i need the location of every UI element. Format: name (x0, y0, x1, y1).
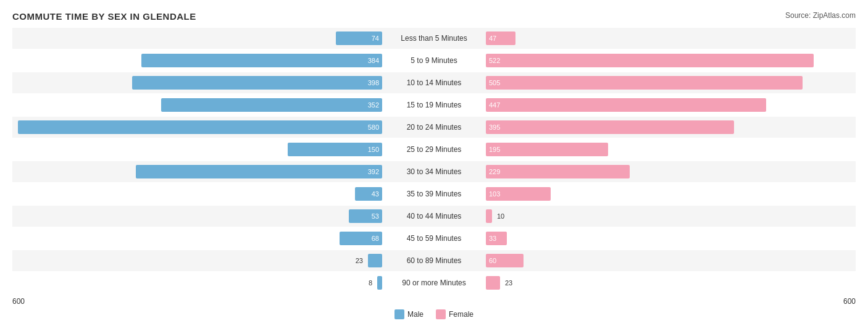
male-bar: 392 (136, 165, 382, 178)
female-bar: 23 (486, 276, 500, 290)
female-bar: 33 (486, 232, 507, 245)
female-bar: 10 (486, 209, 492, 223)
right-section: 447 (483, 98, 856, 112)
male-legend-label: Male (407, 310, 424, 319)
table-row: 890 or more Minutes23 (12, 272, 856, 293)
row-label: 60 to 89 Minutes (385, 256, 483, 265)
row-label: 40 to 44 Minutes (385, 212, 483, 220)
table-row: 39230 to 34 Minutes229 (12, 161, 856, 182)
left-section: 398 (12, 76, 385, 90)
legend: Male Female (12, 309, 856, 319)
left-section: 53 (12, 209, 385, 223)
row-label: 90 or more Minutes (385, 279, 483, 287)
left-section: 8 (12, 276, 385, 290)
male-bar: 68 (340, 232, 382, 245)
female-legend-box (436, 309, 446, 319)
right-section: 33 (483, 232, 856, 245)
table-row: 2360 to 89 Minutes60 (12, 250, 856, 271)
table-row: 74Less than 5 Minutes47 (12, 28, 856, 49)
row-label: 45 to 59 Minutes (385, 234, 483, 243)
table-row: 6845 to 59 Minutes33 (12, 228, 856, 249)
male-legend-box (394, 309, 404, 319)
table-row: 15025 to 29 Minutes195 (12, 139, 856, 160)
chart-title: COMMUTE TIME BY SEX IN GLENDALE (12, 11, 196, 22)
female-bar: 47 (486, 31, 515, 45)
row-label: 35 to 39 Minutes (385, 190, 483, 198)
left-section: 74 (12, 31, 385, 45)
axis-row: 600 600 (12, 297, 856, 306)
table-row: 3845 to 9 Minutes522 (12, 50, 856, 71)
female-bar: 522 (486, 54, 814, 67)
right-section: 195 (483, 143, 856, 156)
female-bar: 103 (486, 187, 551, 201)
male-bar: 8 (377, 276, 382, 290)
left-section: 43 (12, 187, 385, 201)
chart-container: COMMUTE TIME BY SEX IN GLENDALE Source: … (0, 0, 868, 323)
row-label: 15 to 19 Minutes (385, 101, 483, 109)
row-label: 25 to 29 Minutes (385, 145, 483, 154)
right-section: 522 (483, 54, 856, 67)
row-label: 5 to 9 Minutes (385, 56, 483, 65)
male-bar: 43 (355, 187, 382, 201)
row-label: 10 to 14 Minutes (385, 78, 483, 87)
table-row: 58020 to 24 Minutes395 (12, 117, 856, 138)
right-section: 10 (483, 209, 856, 223)
table-row: 39810 to 14 Minutes505 (12, 72, 856, 93)
row-label: 20 to 24 Minutes (385, 123, 483, 132)
male-bar: 384 (141, 54, 382, 67)
female-bar: 505 (486, 76, 803, 90)
female-legend-label: Female (449, 310, 474, 319)
left-section: 580 (12, 120, 385, 134)
female-bar: 395 (486, 120, 734, 134)
row-label: 30 to 34 Minutes (385, 167, 483, 176)
legend-female: Female (436, 309, 474, 319)
male-bar: 352 (161, 98, 382, 112)
legend-male: Male (394, 309, 424, 319)
left-section: 68 (12, 232, 385, 245)
male-bar: 580 (18, 120, 382, 134)
table-row: 35215 to 19 Minutes447 (12, 94, 856, 115)
bars-area: 74Less than 5 Minutes473845 to 9 Minutes… (12, 28, 856, 293)
male-bar: 53 (349, 209, 382, 223)
right-section: 60 (483, 254, 856, 267)
axis-left-label: 600 (12, 297, 386, 306)
right-section: 103 (483, 187, 856, 201)
left-section: 384 (12, 54, 385, 67)
row-label: Less than 5 Minutes (385, 34, 483, 43)
male-bar: 74 (336, 31, 382, 45)
female-bar: 447 (486, 98, 766, 112)
female-bar: 229 (486, 165, 630, 178)
male-bar: 398 (132, 76, 382, 90)
male-bar: 150 (288, 143, 382, 156)
female-bar: 195 (486, 143, 608, 156)
right-section: 395 (483, 120, 856, 134)
left-section: 150 (12, 143, 385, 156)
left-section: 392 (12, 165, 385, 178)
source-label: Source: ZipAtlas.com (785, 11, 856, 20)
left-section: 23 (12, 254, 385, 267)
female-bar: 60 (486, 254, 524, 267)
right-section: 229 (483, 165, 856, 178)
left-section: 352 (12, 98, 385, 112)
right-section: 505 (483, 76, 856, 90)
right-section: 23 (483, 276, 856, 290)
table-row: 4335 to 39 Minutes103 (12, 183, 856, 204)
right-section: 47 (483, 31, 856, 45)
axis-right-label: 600 (482, 297, 856, 306)
table-row: 5340 to 44 Minutes10 (12, 206, 856, 227)
male-bar: 23 (368, 254, 382, 267)
